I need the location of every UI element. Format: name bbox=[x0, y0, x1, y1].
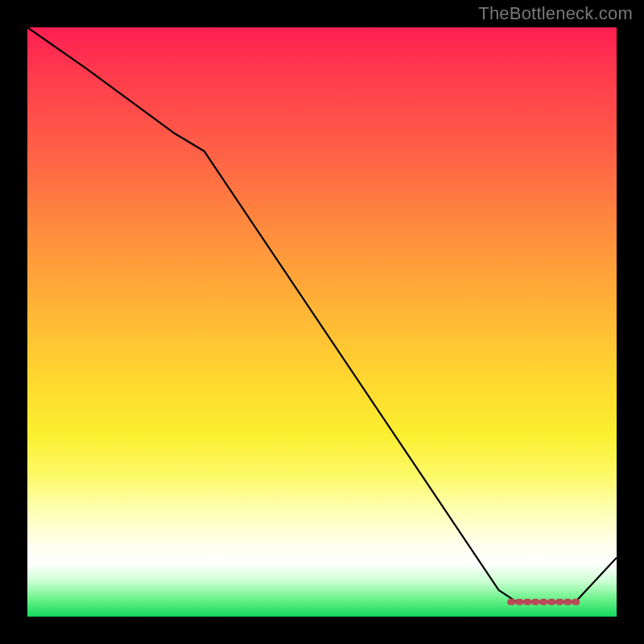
curve-path bbox=[27, 27, 617, 602]
plot-area bbox=[27, 27, 617, 617]
chart-overlay bbox=[27, 27, 617, 617]
watermark-text: TheBottleneck.com bbox=[478, 3, 633, 24]
chart-frame: TheBottleneck.com bbox=[0, 0, 644, 644]
